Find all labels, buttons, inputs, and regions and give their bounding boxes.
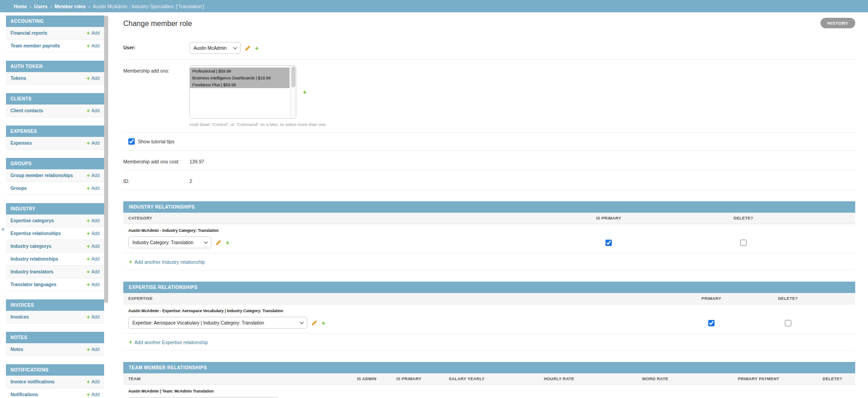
add-related-icon[interactable]: + (303, 89, 307, 95)
edit-pencil-icon[interactable] (311, 320, 317, 326)
plus-icon: + (87, 282, 90, 288)
sidebar-link-team-member-payrolls[interactable]: Team member payrolls (11, 43, 60, 48)
sidebar-add-link[interactable]: +Add (87, 269, 100, 275)
sidebar-add-link[interactable]: +Add (87, 256, 100, 262)
sidebar-link-expenses[interactable]: Expenses (11, 141, 32, 146)
sidebar-add-link[interactable]: +Add (87, 75, 100, 81)
expertise-relationships-title: EXPERTISE RELATIONSHIPS (123, 282, 855, 293)
breadcrumb-current: Austin McAdmin - Industry Specialties: [… (93, 4, 204, 9)
breadcrumb: Home › Users › Member roles › Austin McA… (0, 0, 868, 12)
user-label: User: (123, 42, 189, 54)
plus-icon: + (87, 218, 90, 224)
sidebar-add-link[interactable]: +Add (87, 173, 100, 178)
sidebar-add-link[interactable]: +Add (87, 243, 100, 249)
column-header-expertise: EXPERTISE (128, 296, 675, 301)
sidebar-add-link[interactable]: +Add (87, 108, 100, 114)
sidebar-add-link[interactable]: +Add (87, 379, 100, 385)
sidebar-link-invoices[interactable]: Invoices (11, 314, 29, 319)
sidebar-section-notifications: NOTIFICATIONS Invoice notifications +Add… (6, 364, 104, 398)
sidebar-section-title: NOTES (6, 332, 104, 343)
sidebar-link-translator-languages[interactable]: Translator languages (11, 282, 57, 287)
delete-checkbox[interactable] (785, 320, 791, 326)
id-value: 2 (189, 176, 192, 184)
sidebar-link-tokens[interactable]: Tokens (11, 76, 26, 81)
sidebar-link-groups[interactable]: Groups (11, 186, 27, 191)
sidebar-link-group-member-relationships[interactable]: Group member relationships (11, 173, 73, 178)
sidebar-add-link[interactable]: +Add (87, 230, 100, 236)
add-related-icon[interactable]: + (255, 45, 259, 52)
sidebar-add-link[interactable]: +Add (87, 346, 100, 352)
multiselect-scrollbar[interactable] (290, 66, 296, 118)
is-primary-checkbox[interactable] (605, 240, 612, 246)
history-button[interactable]: HISTORY (821, 18, 855, 28)
show-tutorial-tips-checkbox[interactable] (128, 138, 135, 145)
sidebar-item-expertise-categorys: Expertise categorys +Add (6, 215, 104, 227)
add-expertise-relationship-row: +Add another Expertise relationship (123, 334, 855, 351)
plus-icon: + (87, 140, 90, 146)
membership-addons-label: Membership add ons: (123, 65, 189, 127)
breadcrumb-separator: › (50, 4, 52, 9)
membership-addons-multiselect[interactable]: Professional | $59.99 Business Intellige… (189, 65, 296, 119)
plus-icon: + (87, 75, 90, 81)
sidebar-add-link[interactable]: +Add (87, 185, 100, 191)
sidebar-item-financial-reports: Financial reports +Add (6, 27, 104, 40)
sidebar-section-expenses: EXPENSES Expenses +Add (6, 126, 104, 150)
edit-pencil-icon[interactable] (245, 45, 251, 51)
sidebar-link-invoice-notifications[interactable]: Invoice notifications (11, 379, 55, 384)
expertise-select[interactable]: Expertise: Aerospace Vocabulary | Indust… (128, 317, 307, 329)
plus-icon: + (87, 392, 90, 398)
sidebar-add-link[interactable]: +Add (87, 218, 100, 224)
user-field-row: User: Austin McAdmin + (123, 37, 855, 60)
sidebar-link-expertise-categorys[interactable]: Expertise categorys (11, 218, 54, 223)
breadcrumb-member-roles[interactable]: Member roles (54, 4, 85, 9)
sidebar-section-clients: CLIENTS Client contacts +Add (6, 93, 104, 117)
edit-pencil-icon[interactable] (216, 240, 221, 246)
sidebar-link-notifications[interactable]: Notifications (11, 392, 38, 397)
add-related-icon[interactable]: + (226, 239, 230, 246)
sidebar-item-notes: Notes +Add (6, 343, 104, 356)
sidebar-add-link[interactable]: +Add (87, 140, 100, 146)
column-header-is-admin: IS ADMIN (346, 377, 387, 381)
sidebar-add-link[interactable]: +Add (87, 30, 100, 36)
plus-icon: + (87, 379, 90, 385)
sidebar-link-industry-categorys[interactable]: Industry categorys (11, 244, 51, 249)
sidebar-item-invoices: Invoices +Add (6, 311, 104, 324)
breadcrumb-users[interactable]: Users (34, 4, 47, 9)
plus-icon: + (87, 230, 90, 236)
multiselect-option[interactable]: Business Intelligence Dashboards | $19.9… (190, 74, 289, 81)
sidebar-link-client-contacts[interactable]: Client contacts (11, 108, 43, 113)
sidebar-link-financial-reports[interactable]: Financial reports (11, 31, 47, 36)
expertise-relationship-row: Austin McAdmin - Expertise: Aerospace Vo… (123, 304, 855, 334)
sidebar-section-title: ACCOUNTING (6, 16, 104, 27)
user-select[interactable]: Austin McAdmin (189, 42, 241, 54)
industry-category-select[interactable]: Industry Category: Translation (128, 236, 211, 248)
plus-icon: + (87, 314, 90, 320)
delete-checkbox[interactable] (740, 240, 747, 246)
add-expertise-relationship-link[interactable]: +Add another Expertise relationship (129, 339, 208, 345)
plus-icon: + (87, 43, 90, 49)
sidebar-add-link[interactable]: +Add (87, 43, 100, 49)
multiselect-option[interactable]: Freelance Plus | $59.99 (190, 81, 289, 88)
sidebar-add-link[interactable]: +Add (87, 392, 100, 398)
add-related-icon[interactable]: + (321, 319, 326, 326)
add-industry-relationship-link[interactable]: +Add another Industry relationship (129, 259, 205, 265)
multiselect-option[interactable]: Professional | $59.99 (190, 68, 289, 74)
column-header-delete: DELETE? (810, 377, 855, 381)
sidebar-link-notes[interactable]: Notes (11, 347, 23, 352)
column-header-is-primary: IS PRIMARY (542, 216, 675, 220)
main-content: Change member role HISTORY User: Austin … (104, 12, 868, 398)
sidebar-section-title: INVOICES (6, 299, 104, 311)
breadcrumb-home[interactable]: Home (14, 4, 27, 9)
sidebar-link-industry-translators[interactable]: Industry translators (11, 269, 53, 274)
sidebar-item-invoice-notifications: Invoice notifications +Add (6, 376, 104, 388)
sidebar-link-expertise-relationships[interactable]: Expertise relationships (11, 231, 61, 236)
sidebar-section-title: INDUSTRY (6, 203, 104, 215)
sidebar-add-link[interactable]: +Add (87, 314, 100, 320)
sidebar-collapse-icon[interactable]: « (1, 226, 5, 232)
sidebar-section-title: AUTH TOKEN (6, 61, 104, 72)
sidebar-scrollbar[interactable] (104, 16, 108, 303)
sidebar-link-industry-relationships[interactable]: Industry relationships (11, 257, 58, 262)
sidebar-add-link[interactable]: +Add (87, 282, 100, 288)
plus-icon: + (87, 256, 90, 262)
primary-checkbox[interactable] (708, 320, 715, 326)
